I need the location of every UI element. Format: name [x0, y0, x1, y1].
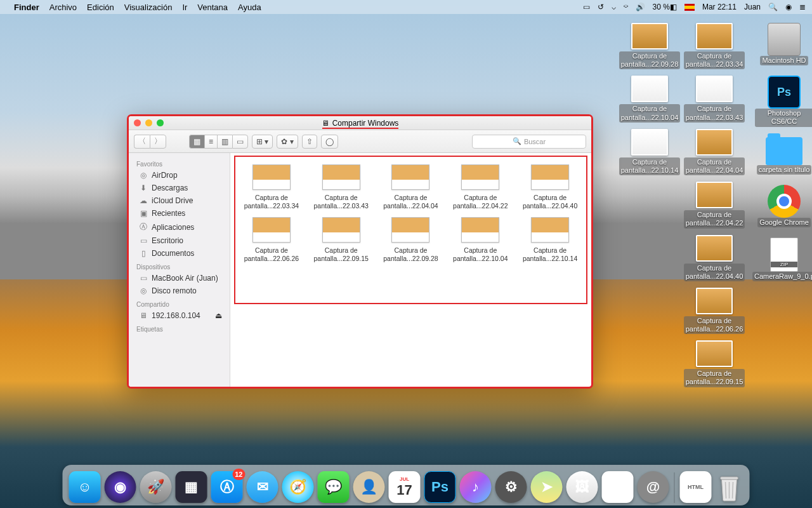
- spotlight-icon[interactable]: 🔍: [768, 3, 778, 11]
- desktop-photoshop[interactable]: PsPhotoshop CS6/CC: [755, 76, 812, 126]
- dock-messages[interactable]: 💬: [318, 471, 350, 503]
- timemachine-icon[interactable]: ↺: [598, 3, 604, 11]
- forward-button[interactable]: 〉: [150, 135, 166, 149]
- sidebar-remote-disc[interactable]: ◎Disco remoto: [129, 284, 230, 297]
- dock-html-file[interactable]: HTML: [680, 471, 712, 503]
- dock-preferences[interactable]: ⚙: [495, 471, 527, 503]
- finder-window: 🖥Compartir Windows 〈 〉 ▦ ≡ ▥ ▭ ⊞ ▾ ✿ ▾ ⇧…: [127, 114, 593, 389]
- input-source-icon[interactable]: [684, 4, 695, 11]
- finder-content[interactable]: Captura depantalla...22.03.34Captura dep…: [230, 153, 591, 387]
- dock-appstore[interactable]: Ⓐ12: [211, 471, 243, 503]
- file-item[interactable]: Captura depantalla...22.04.04: [377, 161, 445, 210]
- zoom-button[interactable]: [157, 119, 164, 126]
- wifi-icon[interactable]: ⌔: [624, 3, 628, 11]
- file-item[interactable]: Captura depantalla...22.03.43: [308, 161, 375, 210]
- menu-ventana[interactable]: Ventana: [197, 3, 228, 12]
- dock-mission-control[interactable]: ▦: [176, 471, 207, 503]
- file-item[interactable]: Captura depantalla...22.10.04: [447, 213, 514, 262]
- battery-status[interactable]: 30 % ◧: [653, 3, 677, 11]
- file-item[interactable]: Captura depantalla...22.09.15: [308, 213, 375, 262]
- desktop-screenshot[interactable]: Captura depantalla...22.09.28: [620, 23, 679, 69]
- desktop-screenshot[interactable]: Captura depantalla...22.04.22: [685, 182, 743, 228]
- sidebar-documents[interactable]: ▯Documentos: [129, 247, 230, 260]
- back-button[interactable]: 〈: [134, 135, 150, 149]
- close-button[interactable]: [134, 119, 141, 126]
- sidebar-shared-host[interactable]: 🖥192.168.0.104⏏: [129, 309, 230, 322]
- file-thumbnail-icon: [391, 217, 429, 243]
- window-titlebar[interactable]: 🖥Compartir Windows: [129, 116, 591, 130]
- menu-ir[interactable]: Ir: [182, 3, 187, 12]
- desktop-chrome[interactable]: Google Chrome: [755, 185, 812, 227]
- minimize-button[interactable]: [145, 119, 152, 126]
- file-item[interactable]: Captura depantalla...22.10.14: [516, 213, 584, 262]
- desktop-screenshot[interactable]: Captura depantalla...22.03.43: [685, 76, 743, 122]
- annotation-underline: [322, 128, 398, 129]
- menu-archivo[interactable]: Archivo: [49, 3, 77, 12]
- menu-visualizacion[interactable]: Visualización: [124, 3, 173, 12]
- dock-mail[interactable]: ✉: [247, 471, 278, 503]
- dock-calendar[interactable]: JUL17: [389, 471, 421, 503]
- file-item[interactable]: Captura depantalla...22.09.28: [377, 213, 445, 262]
- svg-rect-0: [721, 477, 738, 479]
- clock[interactable]: Mar 22:11: [702, 3, 737, 11]
- dock-siri[interactable]: ◉: [105, 471, 136, 503]
- bluetooth-icon[interactable]: ⌵: [612, 3, 616, 11]
- dock-preview[interactable]: 🖼: [566, 471, 598, 503]
- volume-icon[interactable]: 🔊: [636, 3, 645, 11]
- dock: ☺ ◉ 🚀 ▦ Ⓐ12 ✉ 🧭 💬 👤 JUL17 Ps ♪ ⚙ ➤ 🖼 ✿ @…: [63, 465, 750, 505]
- sidebar-recents[interactable]: ▣Recientes: [129, 207, 230, 220]
- arrange-button[interactable]: ⊞ ▾: [252, 135, 273, 149]
- dock-maps[interactable]: ➤: [531, 471, 563, 503]
- file-item[interactable]: Captura depantalla...22.04.22: [447, 161, 514, 210]
- sidebar-icloud[interactable]: ☁iCloud Drive: [129, 194, 230, 207]
- dock-trash[interactable]: [716, 471, 743, 503]
- desktop-screenshot[interactable]: Captura depantalla...22.09.15: [685, 340, 743, 387]
- desktop-macintosh-hd[interactable]: Macintosh HD: [755, 23, 812, 65]
- finder-toolbar: 〈 〉 ▦ ≡ ▥ ▭ ⊞ ▾ ✿ ▾ ⇧ ◯ 🔍 Buscar: [129, 130, 591, 153]
- menu-ayuda[interactable]: Ayuda: [238, 3, 261, 12]
- view-list-button[interactable]: ≡: [204, 135, 217, 149]
- desktop-screenshot[interactable]: Captura depantalla...22.03.34: [685, 23, 743, 69]
- sidebar-desktop[interactable]: ▭Escritorio: [129, 234, 230, 247]
- action-button[interactable]: ✿ ▾: [277, 135, 298, 149]
- dock-contacts[interactable]: 👤: [353, 471, 385, 503]
- user-menu[interactable]: Juan: [744, 3, 761, 11]
- file-item[interactable]: Captura depantalla...22.06.26: [238, 213, 305, 262]
- sidebar-macbook[interactable]: ▭MacBook Air (Juan): [129, 272, 230, 284]
- desktop-screenshot[interactable]: Captura depantalla...22.06.26: [685, 288, 743, 334]
- desktop-folder[interactable]: carpeta sin título: [755, 137, 812, 175]
- file-thumbnail-icon: [322, 217, 360, 243]
- tags-button[interactable]: ◯: [321, 135, 338, 149]
- file-thumbnail-icon: [531, 164, 569, 190]
- file-thumbnail-icon: [252, 217, 291, 243]
- desktop-screenshot[interactable]: Captura depantalla...22.10.14: [620, 129, 679, 175]
- file-item[interactable]: Captura depantalla...22.03.34: [238, 161, 305, 210]
- notification-center-icon[interactable]: ≣: [799, 3, 806, 11]
- menu-edicion[interactable]: Edición: [87, 3, 114, 12]
- dock-itunes[interactable]: ♪: [460, 471, 492, 503]
- share-button[interactable]: ⇧: [302, 135, 317, 149]
- dock-launchpad[interactable]: 🚀: [140, 471, 172, 503]
- dock-photos[interactable]: ✿: [602, 471, 634, 503]
- file-thumbnail-icon: [461, 164, 499, 190]
- dock-at[interactable]: @: [638, 471, 669, 503]
- dock-finder[interactable]: ☺: [69, 471, 101, 503]
- view-icons-button[interactable]: ▦: [189, 135, 204, 149]
- sidebar-downloads[interactable]: ⬇Descargas: [129, 182, 230, 194]
- search-input[interactable]: 🔍 Buscar: [472, 135, 586, 149]
- dock-photoshop[interactable]: Ps: [424, 471, 456, 503]
- view-columns-button[interactable]: ▥: [217, 135, 232, 149]
- view-gallery-button[interactable]: ▭: [232, 135, 248, 149]
- app-menu[interactable]: Finder: [14, 3, 39, 12]
- desktop-screenshot[interactable]: Captura depantalla...22.10.04: [620, 76, 679, 122]
- finder-sidebar: Favoritos ◎AirDrop ⬇Descargas ☁iCloud Dr…: [129, 153, 230, 387]
- desktop-screenshot[interactable]: Captura depantalla...22.04.04: [685, 129, 743, 175]
- sidebar-applications[interactable]: ⒶAplicaciones: [129, 220, 230, 234]
- screen-share-icon[interactable]: ▭: [583, 3, 590, 11]
- desktop-screenshot[interactable]: Captura depantalla...22.04.40: [685, 235, 743, 281]
- desktop-zip[interactable]: CameraRaw_9_0.pkg.zip: [755, 237, 812, 281]
- sidebar-airdrop[interactable]: ◎AirDrop: [129, 169, 230, 182]
- file-item[interactable]: Captura depantalla...22.04.40: [516, 161, 584, 210]
- siri-icon[interactable]: ◉: [785, 3, 792, 11]
- dock-safari[interactable]: 🧭: [282, 471, 314, 503]
